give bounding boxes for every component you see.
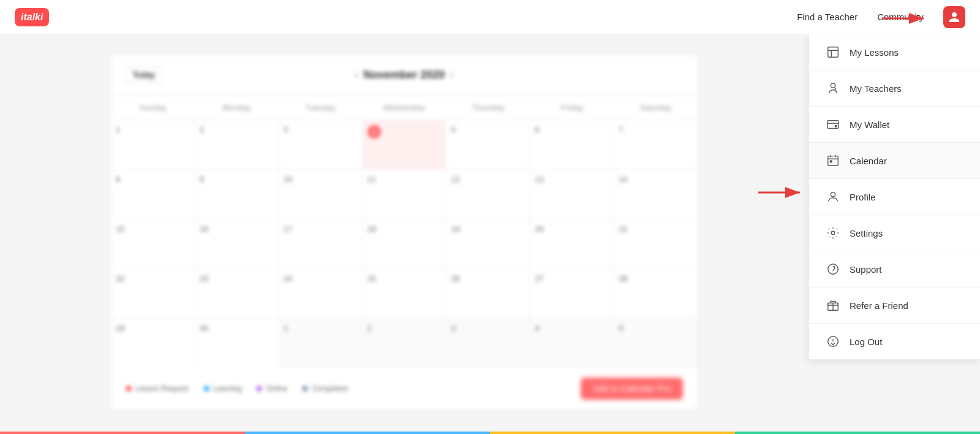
bar-green: [735, 432, 980, 434]
table-row[interactable]: 29: [111, 319, 195, 368]
bar-yellow: [490, 432, 735, 434]
calendar-week-5: 29 30 1 2 3 4 5: [111, 319, 698, 368]
svg-rect-7: [830, 161, 832, 162]
my-wallet-label: My Wallet: [850, 120, 889, 130]
bar-red: [0, 432, 245, 434]
add-to-calendar-button[interactable]: Add to Calendar Pro: [581, 378, 683, 400]
dropdown-my-lessons[interactable]: My Lessons: [809, 34, 980, 70]
bar-blue: [245, 432, 490, 434]
table-row[interactable]: 2: [363, 319, 447, 368]
table-row[interactable]: 2: [195, 120, 279, 169]
teacher-icon: [826, 82, 840, 95]
user-dropdown: My Lessons My Teachers My Wallet Calenda…: [809, 34, 980, 360]
table-row[interactable]: 27: [530, 269, 614, 318]
refer-label: Refer a Friend: [850, 300, 908, 311]
table-row[interactable]: 21: [614, 219, 698, 268]
topnav: italki Find a Teacher Community: [0, 0, 980, 34]
dropdown-calendar[interactable]: Calendar: [809, 143, 980, 179]
table-row[interactable]: 7: [614, 120, 698, 169]
svg-rect-4: [827, 121, 839, 129]
svg-point-9: [831, 231, 835, 235]
table-row[interactable]: 10: [279, 170, 363, 219]
table-row[interactable]: 19: [446, 219, 530, 268]
table-row[interactable]: 23: [195, 269, 279, 318]
legend-online: Online: [256, 384, 287, 393]
day-saturday: Saturday: [614, 96, 698, 120]
today-button[interactable]: Today: [126, 67, 162, 83]
dropdown-settings[interactable]: Settings: [809, 215, 980, 251]
table-row[interactable]: 25: [363, 269, 447, 318]
calendar-arrow-indicator: [758, 185, 807, 202]
table-row[interactable]: 26: [446, 269, 530, 318]
table-row[interactable]: 22: [111, 269, 195, 318]
dropdown-support[interactable]: Support: [809, 251, 980, 287]
legend-dot-gray: [302, 386, 308, 392]
svg-point-8: [831, 192, 835, 197]
dropdown-refer[interactable]: Refer a Friend: [809, 287, 980, 324]
logo-text[interactable]: italki: [15, 8, 49, 26]
legend-dot-red: [126, 386, 132, 392]
logout-icon: [826, 335, 840, 348]
table-row[interactable]: 4: [530, 319, 614, 368]
calendar-week-1: 1 2 3 4 5 6 7: [111, 120, 698, 170]
table-row[interactable]: 13: [530, 170, 614, 219]
svg-rect-6: [828, 156, 839, 166]
table-row[interactable]: 9: [195, 170, 279, 219]
calendar-week-4: 22 23 24 25 26 27 28: [111, 269, 698, 319]
my-lessons-label: My Lessons: [850, 47, 899, 58]
svg-point-3: [831, 83, 835, 88]
avatar-button[interactable]: [943, 6, 965, 28]
logout-label: Log Out: [850, 337, 882, 347]
calendar-header: Today ‹ November 2020 ›: [111, 55, 698, 96]
legend-lesson-request: Lesson Request: [126, 384, 189, 393]
table-row[interactable]: 4: [363, 120, 447, 169]
nav-right: Find a Teacher Community: [797, 6, 965, 28]
table-row[interactable]: 16: [195, 219, 279, 268]
table-row[interactable]: 8: [111, 170, 195, 219]
dropdown-logout[interactable]: Log Out: [809, 324, 980, 359]
dropdown-profile[interactable]: Profile: [809, 179, 980, 215]
dropdown-my-wallet[interactable]: My Wallet: [809, 107, 980, 143]
day-tuesday: Tuesday: [279, 96, 363, 120]
prev-month-button[interactable]: ‹: [355, 69, 358, 80]
legend-dot-blue: [203, 386, 209, 392]
table-row[interactable]: 3: [446, 319, 530, 368]
svg-point-10: [828, 264, 839, 275]
wallet-icon: [826, 118, 840, 131]
user-icon: [948, 11, 960, 23]
svg-rect-2: [828, 47, 839, 58]
red-arrow-nav-icon: [882, 11, 931, 26]
table-row[interactable]: 14: [614, 170, 698, 219]
table-row[interactable]: 18: [363, 219, 447, 268]
svg-point-5: [835, 125, 837, 127]
table-row[interactable]: 5: [614, 319, 698, 368]
support-label: Support: [850, 264, 882, 275]
table-row[interactable]: 17: [279, 219, 363, 268]
calendar-grid: Sunday Monday Tuesday Wednesday Thursday…: [111, 96, 698, 368]
table-row[interactable]: 28: [614, 269, 698, 318]
my-teachers-label: My Teachers: [850, 83, 902, 94]
calendar-week-3: 15 16 17 18 19 20 21: [111, 219, 698, 269]
table-row[interactable]: 1: [279, 319, 363, 368]
logo[interactable]: italki: [15, 8, 49, 26]
find-teacher-link[interactable]: Find a Teacher: [797, 12, 858, 22]
calendar-label: Calendar: [850, 156, 887, 166]
next-month-button[interactable]: ›: [450, 69, 453, 80]
table-row[interactable]: 24: [279, 269, 363, 318]
dropdown-my-teachers[interactable]: My Teachers: [809, 70, 980, 107]
table-row[interactable]: 5: [446, 120, 530, 169]
table-row[interactable]: 3: [279, 120, 363, 169]
table-row[interactable]: 30: [195, 319, 279, 368]
calendar-title: November 2020: [363, 69, 445, 82]
table-row[interactable]: 15: [111, 219, 195, 268]
table-row[interactable]: 20: [530, 219, 614, 268]
table-row[interactable]: 6: [530, 120, 614, 169]
table-row[interactable]: 11: [363, 170, 447, 219]
table-row[interactable]: 12: [446, 170, 530, 219]
main-content: Today ‹ November 2020 › Sunday Monday Tu…: [0, 34, 809, 434]
nav-arrow-indicator: [882, 11, 931, 26]
calendar-icon: [826, 154, 840, 167]
calendar-week-2: 8 9 10 11 12 13 14: [111, 170, 698, 219]
calendar-legend: Lesson Request Learning Online Completed…: [111, 368, 698, 409]
table-row[interactable]: 1: [111, 120, 195, 169]
